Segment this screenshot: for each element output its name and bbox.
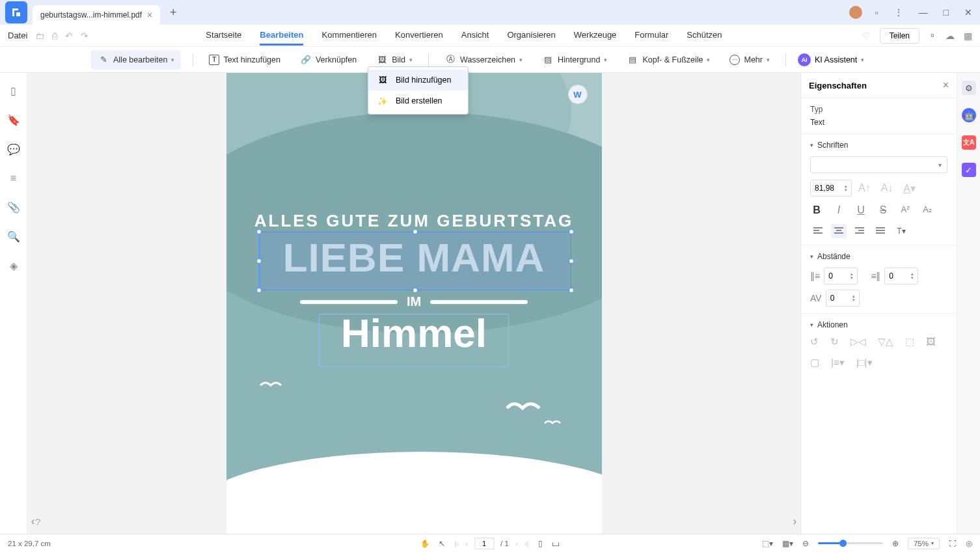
rotate-left-icon[interactable]: ↺ (810, 336, 819, 348)
spacing-section-header[interactable]: Abstände (810, 252, 947, 261)
add-image-item[interactable]: 🖼 Bild hinzufügen (368, 70, 468, 90)
zoom-slider[interactable] (818, 542, 883, 544)
zoom-in-icon[interactable]: ⊕ (892, 539, 899, 548)
menu-tools[interactable]: Werkzeuge (574, 26, 617, 46)
header-footer-button[interactable]: ▤ Kopf- & Fußzeile ▾ (623, 51, 714, 68)
view-mode-icon[interactable]: ▦▾ (782, 539, 793, 548)
page-number-input[interactable] (474, 538, 494, 549)
bold-button[interactable]: B (810, 204, 823, 216)
continuous-icon[interactable]: ⌴ (552, 540, 560, 547)
check-icon[interactable]: ✓ (962, 163, 976, 177)
extract-icon[interactable]: ▢ (810, 357, 819, 368)
align-center-button[interactable] (831, 224, 847, 238)
line-spacing-input[interactable]: 0 ▴▾ (824, 268, 858, 284)
actions-section-header[interactable]: Aktionen (810, 320, 947, 329)
decrease-font-icon[interactable]: A↓ (881, 182, 893, 195)
app-logo[interactable] (5, 1, 27, 23)
background-button[interactable]: ▨ Hintergrund ▾ (538, 51, 611, 68)
maximize-button[interactable]: □ (941, 5, 951, 20)
edit-all-button[interactable]: ✎ Alle bearbeiten ▾ (91, 50, 181, 70)
share-button[interactable]: Teilen (880, 28, 919, 44)
minimize-button[interactable]: — (916, 5, 931, 20)
canvas-area[interactable]: ? ‹ ALLES GUTE ZUM GEBURTSTAG LIEBE MAMA… (27, 73, 800, 552)
first-page-icon[interactable]: |‹ (454, 540, 459, 547)
collapse-right-icon[interactable]: › (793, 516, 796, 527)
zoom-value[interactable]: 75%▾ (908, 538, 940, 549)
undo-icon[interactable]: ↶ (65, 31, 73, 41)
notes-icon[interactable]: ▫ (873, 5, 881, 20)
superscript-button[interactable]: A² (899, 204, 912, 216)
align-left-button[interactable] (810, 224, 826, 238)
char-spacing-input[interactable]: 0 ▴▾ (826, 290, 860, 307)
layout-icon[interactable]: ▦ (964, 31, 972, 41)
menu-home[interactable]: Startseite (206, 26, 241, 46)
flip-h-icon[interactable]: ▷◁ (851, 336, 866, 348)
menu-view[interactable]: Ansicht (461, 26, 489, 46)
translate-icon[interactable]: 文A (962, 135, 976, 150)
user-avatar[interactable] (849, 6, 862, 19)
menu-organize[interactable]: Organisieren (507, 26, 555, 46)
new-tab-button[interactable]: + (165, 6, 181, 20)
fields-icon[interactable]: ≡ (10, 172, 16, 184)
document-tab[interactable]: geburtstagsw...im-himmel.pdf × (33, 5, 160, 25)
next-page-icon[interactable]: › (515, 540, 518, 547)
document-text-2[interactable]: LIEBE MAMA (226, 234, 602, 281)
document-page[interactable]: ALLES GUTE ZUM GEBURTSTAG LIEBE MAMA IM … (226, 73, 602, 543)
comments-icon[interactable]: 💬 (7, 143, 20, 156)
font-family-select[interactable]: ▾ (810, 156, 947, 173)
more-menu-icon[interactable]: ⋮ (892, 5, 906, 20)
properties-toggle-icon[interactable]: ⚙ (962, 81, 976, 95)
flip-v-icon[interactable]: ▽△ (878, 336, 893, 348)
fit-width-icon[interactable]: ⬚▾ (762, 539, 773, 548)
image-button[interactable]: 🖼 Bild ▾ (372, 51, 416, 68)
para-spacing-input[interactable]: 0 ▴▾ (884, 268, 918, 284)
more-button[interactable]: ⋯ Mehr ▾ (726, 52, 773, 68)
close-tab-icon[interactable]: × (147, 10, 152, 20)
strikethrough-button[interactable]: S (877, 204, 890, 216)
distribute-icon[interactable]: |□|▾ (856, 357, 873, 368)
save-icon[interactable]: 🗀 (35, 31, 44, 41)
close-window-button[interactable]: ✕ (962, 5, 975, 20)
collapse-left-icon[interactable]: ‹ (31, 516, 34, 527)
thumbnails-icon[interactable]: ▯ (10, 85, 16, 97)
menu-edit[interactable]: Bearbeiten (260, 26, 303, 46)
crop-icon[interactable]: ⬚ (905, 336, 914, 348)
menu-protect[interactable]: Schützen (687, 26, 722, 46)
link-button[interactable]: 🔗 Verknüpfen (296, 51, 361, 68)
hand-tool-icon[interactable]: ✋ (420, 539, 429, 548)
text-direction-button[interactable]: T▾ (893, 224, 909, 238)
document-text-4[interactable]: Himmel (226, 310, 602, 356)
rotate-right-icon[interactable]: ↻ (830, 336, 839, 348)
document-text-1[interactable]: ALLES GUTE ZUM GEBURTSTAG (226, 211, 602, 231)
menu-form[interactable]: Formular (634, 26, 668, 46)
search-icon[interactable]: 🔍 (7, 230, 20, 243)
single-page-icon[interactable]: ▯ (538, 539, 543, 548)
prev-page-icon[interactable]: ‹ (465, 540, 468, 547)
last-page-icon[interactable]: ›| (524, 540, 529, 547)
print-icon[interactable]: ⎙ (52, 31, 57, 41)
font-size-input[interactable]: 81,98 ▴▾ (810, 180, 852, 197)
document-text-3-row[interactable]: IM (226, 294, 602, 309)
redo-icon[interactable]: ↷ (81, 31, 88, 41)
word-badge-icon[interactable]: W (568, 85, 588, 104)
bookmarks-icon[interactable]: 🔖 (7, 114, 20, 126)
lightbulb-icon[interactable]: ♡ (862, 31, 871, 41)
cloud-icon[interactable]: ☁ (946, 31, 955, 41)
create-image-item[interactable]: ✨ Bild erstellen (368, 90, 468, 111)
font-color-icon[interactable]: A▾ (903, 182, 916, 195)
align-right-button[interactable] (852, 224, 867, 238)
menu-comment[interactable]: Kommentieren (321, 26, 377, 46)
ai-chat-icon[interactable]: 🤖 (962, 108, 976, 122)
align-objects-icon[interactable]: |≡▾ (831, 357, 845, 368)
file-menu[interactable]: Datei (8, 31, 27, 40)
share-icon[interactable]: ⚬ (929, 31, 936, 41)
ai-assistant-button[interactable]: AI KI Assistent ▾ (798, 53, 864, 66)
subscript-button[interactable]: A₂ (921, 204, 934, 216)
underline-button[interactable]: U (854, 204, 867, 216)
replace-icon[interactable]: 🖼 (926, 336, 936, 348)
increase-font-icon[interactable]: A↑ (858, 182, 871, 195)
fullscreen-icon[interactable]: ⛶ (949, 540, 957, 547)
align-justify-button[interactable] (873, 224, 888, 238)
attachments-icon[interactable]: 📎 (7, 201, 20, 214)
select-tool-icon[interactable]: ↖ (439, 539, 445, 548)
